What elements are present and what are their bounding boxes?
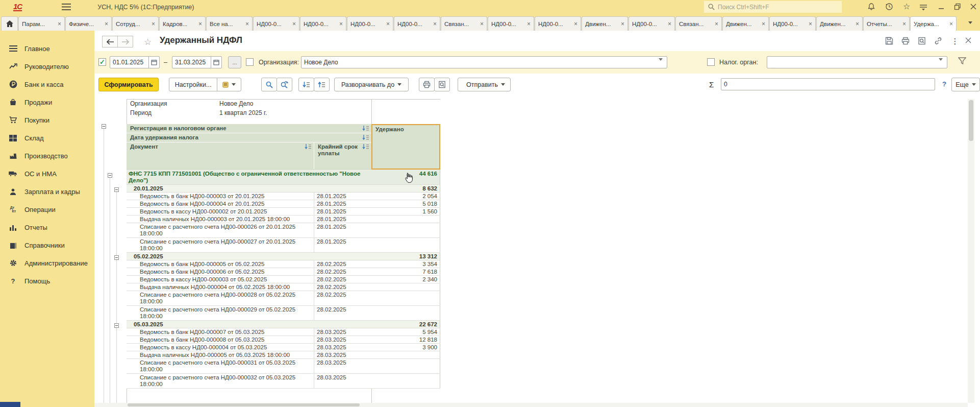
collapse-group-toggle[interactable] — [114, 187, 119, 192]
deadline-cell[interactable]: 28.03.2025 — [314, 344, 371, 351]
fns-label-cell[interactable]: ФНС 7715 КПП 771501001 (Общество с огран… — [127, 170, 371, 184]
amount-cell[interactable] — [371, 238, 440, 252]
amount-cell[interactable]: 12 818 — [371, 336, 440, 343]
tab-close-icon[interactable]: × — [715, 21, 718, 27]
date-from-input[interactable] — [110, 56, 149, 68]
table-row[interactable]: Списание с расчетного счета НД00-000026 … — [127, 223, 440, 238]
favorite-star-icon[interactable]: ☆ — [144, 37, 152, 47]
preview-icon[interactable] — [918, 37, 927, 46]
tab-item[interactable]: Сотруд...× — [112, 16, 159, 31]
amount-cell[interactable]: 3 354 — [371, 260, 440, 268]
tab-item[interactable]: Кадров...× — [159, 16, 206, 31]
group-amount-cell[interactable]: 22 672 — [371, 321, 440, 328]
amount-cell[interactable]: 5 018 — [371, 200, 440, 207]
deadline-cell[interactable]: 28.01.2025 — [314, 200, 371, 207]
amount-cell[interactable] — [371, 374, 440, 388]
sidebar-item-zarplata-i-kadry[interactable]: Зарплата и кадры — [0, 183, 94, 200]
doc-cell[interactable]: Списание с расчетного счета НД00-000027 … — [127, 238, 314, 252]
tab-close-icon[interactable]: × — [152, 21, 155, 27]
close-form-icon[interactable] — [965, 37, 974, 46]
tab-close-icon[interactable]: × — [762, 21, 765, 27]
tab-overflow-button[interactable] — [965, 18, 976, 27]
doc-cell[interactable]: Ведомость в кассу НД00-000002 от 20.01.2… — [127, 208, 314, 215]
table-row[interactable]: Выдача наличных НД00-000003 от 20.01.202… — [127, 216, 440, 223]
horizontal-scrollbar-thumb[interactable] — [128, 403, 360, 406]
generate-button[interactable]: Сформировать — [98, 78, 159, 91]
deadline-cell[interactable]: 28.01.2025 — [314, 193, 371, 200]
deadline-cell[interactable]: 28.01.2025 — [314, 238, 371, 252]
expand-levels-button[interactable] — [314, 78, 330, 91]
link-icon[interactable] — [934, 37, 943, 46]
doc-cell[interactable]: Списание с расчетного счета НД00-000031 … — [127, 359, 314, 373]
help-button[interactable]: ? — [942, 80, 946, 88]
tab-close-icon[interactable]: × — [480, 21, 484, 27]
tab-close-icon[interactable]: × — [292, 21, 296, 27]
tab-close-icon[interactable]: × — [621, 21, 624, 27]
table-row[interactable]: Списание с расчетного счета НД00-000031 … — [127, 359, 440, 374]
table-row[interactable]: Списание с расчетного счета НД00-000032 … — [127, 374, 440, 389]
doc-cell[interactable]: Ведомость в банк НД00-000003 от 20.01.20… — [127, 193, 314, 200]
table-row[interactable]: Списание с расчетного счета НД00-000028 … — [127, 291, 440, 306]
amount-cell[interactable] — [371, 283, 440, 291]
tab-item[interactable]: НД00-0...× — [769, 16, 816, 31]
tab-close-icon[interactable]: × — [809, 21, 812, 27]
amount-cell[interactable]: 1 560 — [371, 208, 440, 215]
group-date-cell[interactable]: 20.01.2025 — [127, 185, 371, 192]
date-to-input[interactable] — [172, 56, 211, 68]
find-next-button[interactable] — [277, 78, 292, 91]
amount-cell[interactable]: 5 954 — [371, 328, 440, 336]
tab-item[interactable]: Движен...× — [582, 16, 628, 31]
tab-item[interactable]: НД00-0...× — [488, 16, 534, 31]
autosum-input[interactable] — [721, 78, 935, 90]
table-row[interactable]: Ведомость в банк НД00-000003 от 20.01.20… — [127, 193, 440, 200]
group-row[interactable]: 05.02.2025 13 312 — [127, 253, 440, 260]
collapse-fns-toggle[interactable] — [108, 173, 112, 178]
group-date-cell[interactable]: 05.02.2025 — [127, 253, 371, 260]
doc-cell[interactable]: Списание с расчетного счета НД00-000028 … — [127, 291, 314, 305]
sort-icon[interactable] — [362, 126, 369, 131]
vertical-scrollbar[interactable] — [968, 99, 974, 403]
settings-button[interactable]: Настройки... — [169, 78, 217, 91]
table-row[interactable]: Ведомость в банк НД00-000007 от 05.03.20… — [127, 328, 440, 336]
deadline-cell[interactable]: 28.03.2025 — [314, 336, 371, 343]
doc-cell[interactable]: Ведомость в банк НД00-000006 от 05.02.20… — [127, 268, 314, 275]
report-variants-button[interactable] — [217, 78, 241, 91]
table-row[interactable]: Выдача наличных НД00-000004 от 05.02.202… — [127, 283, 440, 291]
sidebar-item-administrirovanie[interactable]: Администрирование — [0, 254, 94, 272]
collapse-header-toggle[interactable] — [102, 124, 106, 129]
table-row[interactable]: Списание с расчетного счета НД00-000027 … — [127, 238, 440, 253]
tab-close-icon[interactable]: × — [105, 21, 108, 27]
org-filter-input[interactable] — [301, 56, 667, 68]
deadline-cell[interactable]: 28.02.2025 — [314, 268, 371, 275]
org-dropdown-icon[interactable] — [659, 61, 663, 70]
save-icon[interactable] — [885, 37, 894, 46]
sidebar-item-proizvodstvo[interactable]: Производство — [0, 147, 94, 164]
sidebar-item-operacii[interactable]: Дт Кт Операции — [0, 201, 94, 218]
deadline-cell[interactable]: 28.03.2025 — [314, 351, 371, 358]
more-button[interactable]: Еще — [951, 78, 980, 91]
deadline-cell[interactable]: 28.01.2025 — [314, 208, 371, 215]
table-row[interactable]: Ведомость в банк НД00-000008 от 05.03.20… — [127, 336, 440, 344]
sidebar-item-rukovoditelyu[interactable]: Руководителю — [0, 58, 94, 75]
deadline-cell[interactable]: 28.03.2025 — [314, 359, 371, 373]
print-icon[interactable] — [901, 37, 911, 46]
tab-item[interactable]: Отчеты...× — [863, 16, 910, 31]
amount-cell[interactable]: 2 054 — [371, 193, 440, 200]
sidebar-item-spravochniki[interactable]: Справочники — [0, 236, 94, 254]
group-date-cell[interactable]: 05.03.2025 — [127, 321, 371, 328]
total-row-fns[interactable]: ФНС 7715 КПП 771501001 (Общество с огран… — [127, 170, 440, 185]
sidebar-item-otchety[interactable]: Отчеты — [0, 219, 94, 236]
amount-cell[interactable]: 3 900 — [371, 344, 440, 351]
period-checkbox[interactable]: ✓ — [98, 58, 106, 66]
doc-cell[interactable]: Ведомость в банк НД00-000005 от 05.02.20… — [127, 260, 314, 268]
sidebar-item-glavnoe[interactable]: Главное — [0, 40, 94, 57]
tab-item[interactable]: Все на...× — [206, 16, 253, 31]
sidebar-item-os-i-nma[interactable]: ОС и НМА — [0, 165, 94, 182]
deadline-cell[interactable]: 28.03.2025 — [314, 374, 371, 388]
tax-checkbox[interactable] — [707, 58, 715, 66]
expand-to-button[interactable]: Разворачивать до — [334, 78, 409, 91]
tab-close-icon[interactable]: × — [574, 21, 577, 27]
deadline-cell[interactable]: 28.01.2025 — [314, 223, 371, 237]
tab-item[interactable]: Физиче...× — [65, 16, 112, 31]
table-row[interactable]: Ведомость в банк НД00-000006 от 05.02.20… — [127, 268, 440, 276]
